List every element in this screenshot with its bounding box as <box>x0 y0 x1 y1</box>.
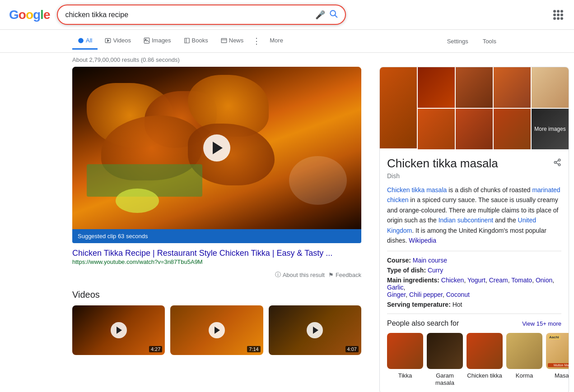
svg-line-14 <box>556 163 558 164</box>
kp-image-1[interactable] <box>380 67 417 148</box>
kp-ingredient-garlic[interactable]: Garlic <box>387 284 404 291</box>
videos-section: Videos 4:27 <box>72 290 361 355</box>
pas-view-more[interactable]: View 15+ more <box>522 320 561 327</box>
about-this-result[interactable]: ⓘ About this result <box>275 271 325 279</box>
pas-label-tikka: Tikka <box>398 372 412 379</box>
nav-right: Settings Tools <box>442 34 502 48</box>
pas-label-korma: Korma <box>516 372 533 379</box>
video-thumbnail-wrap[interactable] <box>72 67 361 229</box>
video-card-thumb-1: 4:27 <box>72 305 165 355</box>
kp-ingredient-cream[interactable]: Cream <box>489 277 508 284</box>
nav-all[interactable]: All <box>72 32 98 50</box>
tools-link[interactable]: Tools <box>477 34 502 48</box>
kp-image-8[interactable] <box>494 109 531 149</box>
pas-title-row: People also search for View 15+ more <box>387 319 561 327</box>
settings-link[interactable]: Settings <box>442 34 474 48</box>
kp-type-link[interactable]: Curry <box>428 267 443 274</box>
result-meta: ⓘ About this result ⚑ Feedback <box>72 267 361 282</box>
pas-item-garam[interactable]: Garam masala <box>427 333 463 386</box>
kp-field-ingredients: Main ingredients: Chicken, Yogurt, Cream… <box>387 277 561 298</box>
svg-rect-7 <box>184 38 189 43</box>
results-count: About 2,79,00,000 results (0.86 seconds) <box>0 53 574 67</box>
kp-image-5[interactable] <box>532 67 569 108</box>
kp-image-6[interactable] <box>418 109 455 149</box>
result-link: Chicken Tikka Recipe | Restaurant Style … <box>72 249 361 265</box>
video-duration-1: 4:27 <box>149 346 162 352</box>
pas-grid: Tikka Garam masala Chicken tikka Ko <box>387 333 561 386</box>
video-card-2[interactable]: 7:14 <box>170 305 263 355</box>
header-right <box>551 8 565 22</box>
wikipedia-link[interactable]: Wikipedia <box>409 237 436 244</box>
mic-icon[interactable]: 🎤 <box>315 10 325 20</box>
suggested-clip-bar: Suggested clip 63 seconds <box>72 229 361 243</box>
left-column: Suggested clip 63 seconds Chicken Tikka … <box>72 67 361 392</box>
kp-ingredient-tomato[interactable]: Tomato <box>511 277 532 284</box>
pas-label-garam: Garam masala <box>435 372 454 386</box>
pas-img-korma <box>506 333 542 369</box>
svg-point-13 <box>558 164 560 166</box>
kp-course-link[interactable]: Main course <box>413 257 447 264</box>
kp-image-4[interactable] <box>494 67 531 108</box>
pas-img-tikka <box>387 333 423 369</box>
kp-divider-1 <box>387 251 561 251</box>
search-nav: All Videos Images Books News ⋮ More Sett… <box>0 30 574 53</box>
kp-body: Chicken tikka masala Dish Chicken tikka … <box>380 149 569 392</box>
kp-image-2[interactable] <box>418 67 455 108</box>
kp-image-3[interactable] <box>456 67 493 108</box>
pas-item-chicken-tikka[interactable]: Chicken tikka <box>467 333 503 386</box>
feedback-icon: ⚑ <box>328 272 334 278</box>
kp-ingredient-coconut[interactable]: Coconut <box>446 291 470 298</box>
kp-field-type: Type of dish: Curry <box>387 267 561 274</box>
grid-menu-icon[interactable] <box>551 8 565 22</box>
videos-section-title: Videos <box>72 290 361 300</box>
share-icon[interactable] <box>553 158 561 169</box>
svg-line-15 <box>556 161 558 162</box>
nav-more[interactable]: More <box>264 32 289 50</box>
video-card-thumb-3: 4:07 <box>269 305 361 355</box>
kp-field-course: Course: Main course <box>387 257 561 264</box>
video-play-3 <box>307 322 323 338</box>
video-card-1[interactable]: 4:27 <box>72 305 165 355</box>
play-button[interactable] <box>203 134 230 161</box>
main-content: Suggested clip 63 seconds Chicken Tikka … <box>0 67 574 392</box>
kp-ingredient-onion[interactable]: Onion <box>536 277 552 284</box>
kp-subtitle: Dish <box>387 172 561 180</box>
svg-point-2 <box>78 38 84 43</box>
result-title[interactable]: Chicken Tikka Recipe | Restaurant Style … <box>72 249 332 258</box>
kp-ingredient-yogurt[interactable]: Yogurt <box>467 277 485 284</box>
search-input[interactable]: chicken tikka recipe <box>65 11 312 19</box>
kp-ingredient-ginger[interactable]: Ginger <box>387 291 406 298</box>
videos-grid: 4:27 7:14 <box>72 305 361 355</box>
kp-title-row: Chicken tikka masala <box>387 157 561 171</box>
search-bar-container: chicken tikka recipe 🎤 <box>57 5 346 25</box>
kp-ingredient-chili[interactable]: Chili pepper <box>409 291 443 298</box>
kp-image-more[interactable]: More images <box>532 109 569 149</box>
nav-videos[interactable]: Videos <box>99 32 136 50</box>
video-card-3[interactable]: 4:07 <box>269 305 361 355</box>
search-bar: chicken tikka recipe 🎤 <box>57 5 346 25</box>
result-url: https://www.youtube.com/watch?v=3n87Tbu5… <box>72 258 203 265</box>
kp-image-grid: More images <box>380 67 569 149</box>
kp-description: Chicken tikka masala is a dish of chunks… <box>387 185 561 245</box>
pas-item-masala[interactable]: Aachi Mutton Masala Masala <box>546 333 569 386</box>
video-play-2 <box>209 322 225 338</box>
search-icon[interactable] <box>329 9 338 20</box>
play-triangle <box>213 142 223 154</box>
nav-news[interactable]: News <box>215 32 249 50</box>
svg-point-11 <box>558 159 560 161</box>
kp-image-7[interactable] <box>456 109 493 149</box>
video-duration-3: 4:07 <box>345 346 359 352</box>
nav-books[interactable]: Books <box>178 32 214 50</box>
knowledge-panel: More images Chicken tikka masala Dish <box>379 67 569 392</box>
main-video-result: Suggested clip 63 seconds Chicken Tikka … <box>72 67 361 282</box>
pas-item-tikka[interactable]: Tikka <box>387 333 423 386</box>
nav-images[interactable]: Images <box>138 32 177 50</box>
svg-marker-4 <box>107 39 109 42</box>
pas-img-masala: Aachi Mutton Masala <box>546 333 569 369</box>
pas-item-korma[interactable]: Korma <box>506 333 542 386</box>
kp-ingredient-chicken[interactable]: Chicken <box>441 277 464 284</box>
svg-point-12 <box>554 161 556 164</box>
svg-rect-9 <box>221 38 227 42</box>
video-card-thumb-2: 7:14 <box>170 305 263 355</box>
feedback-button[interactable]: ⚑ Feedback <box>328 272 361 278</box>
